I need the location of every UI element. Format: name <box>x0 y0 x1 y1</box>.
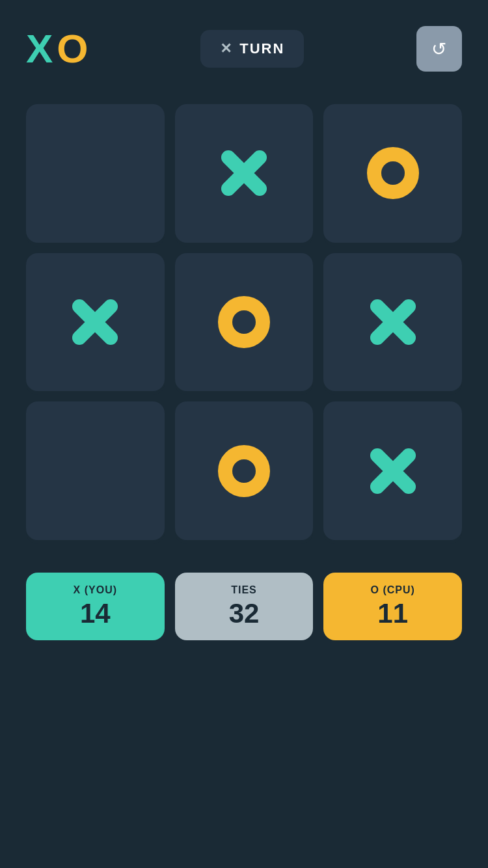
x-symbol <box>367 296 419 348</box>
board-row-2 <box>26 253 462 392</box>
cell-6[interactable] <box>26 401 165 540</box>
scoreboard: X (YOU) 14 TIES 32 O (CPU) 11 <box>0 560 488 653</box>
cell-0[interactable] <box>26 104 165 243</box>
cell-2[interactable] <box>323 104 462 243</box>
x-symbol <box>367 445 419 497</box>
cell-4[interactable] <box>175 253 314 392</box>
ties-score-card: TIES 32 <box>175 573 314 640</box>
o-score-label: O (CPU) <box>371 584 415 596</box>
logo-x: X <box>26 29 53 69</box>
cell-3[interactable] <box>26 253 165 392</box>
ties-score-value: 32 <box>229 599 260 629</box>
o-score-value: 11 <box>377 599 408 629</box>
x-symbol <box>218 147 270 199</box>
o-symbol <box>218 445 270 497</box>
cell-8[interactable] <box>323 401 462 540</box>
x-score-label: X (YOU) <box>74 584 117 596</box>
turn-indicator: ✕ TURN <box>200 30 304 68</box>
x-score-value: 14 <box>80 599 111 629</box>
o-symbol <box>367 147 419 199</box>
header: X O ✕ TURN ↺ <box>0 0 488 85</box>
game-board <box>0 85 488 560</box>
ties-score-label: TIES <box>231 584 257 596</box>
cell-1[interactable] <box>175 104 314 243</box>
x-score-card: X (YOU) 14 <box>26 573 165 640</box>
board-row-3 <box>26 401 462 540</box>
board-row-1 <box>26 104 462 243</box>
turn-label: TURN <box>239 40 284 57</box>
reset-icon: ↺ <box>431 38 446 60</box>
x-symbol <box>69 296 121 348</box>
o-score-card: O (CPU) 11 <box>323 573 462 640</box>
cell-7[interactable] <box>175 401 314 540</box>
logo-o: O <box>57 29 88 69</box>
turn-x-icon: ✕ <box>220 40 232 57</box>
reset-button[interactable]: ↺ <box>416 26 462 72</box>
logo: X O <box>26 29 88 69</box>
cell-5[interactable] <box>323 253 462 392</box>
o-symbol <box>218 296 270 348</box>
